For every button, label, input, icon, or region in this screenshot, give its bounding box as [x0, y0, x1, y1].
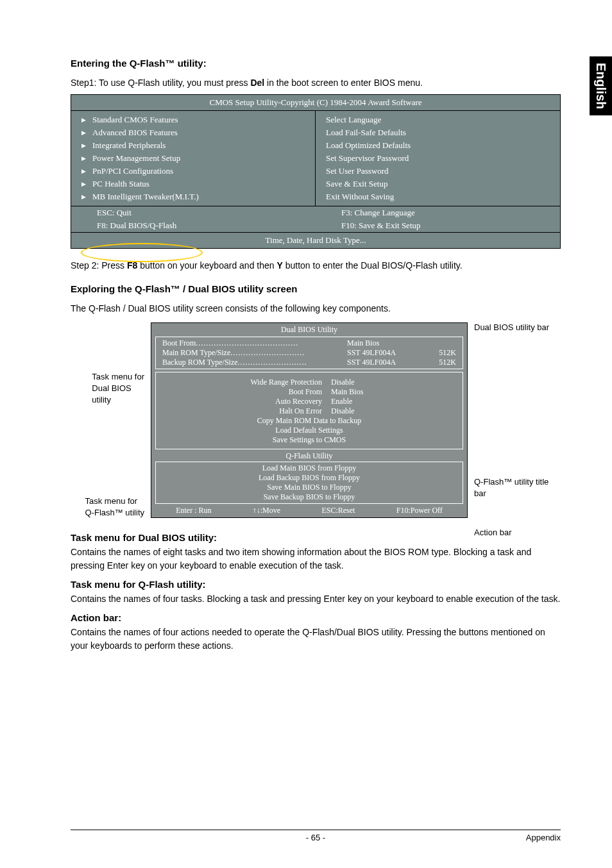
label-line: Dual BIOS — [92, 383, 144, 394]
language-tab: English — [590, 56, 612, 115]
bios-setup-screen: CMOS Setup Utility-Copyright (C) 1984-20… — [71, 94, 561, 249]
section-name: Appendix — [526, 833, 561, 842]
bios-item-label: Exit Without Saving — [326, 192, 394, 202]
bios-menu-item[interactable]: ▶Power Management Setup — [81, 152, 312, 165]
bios-menu-item[interactable]: ▶Standard CMOS Features — [81, 113, 312, 126]
bios-menu-item[interactable]: ▶PC Health Status — [81, 178, 312, 190]
option-row[interactable]: Load Default Settings — [162, 426, 456, 435]
bios-item-label: Power Management Setup — [92, 153, 180, 163]
label-qflash-title-bar: Q-Flash™ utility title bar — [474, 476, 548, 499]
action-move: ↑↓:Move — [253, 506, 280, 515]
dual-bios-screen: Dual BIOS Utility Boot From ............… — [151, 322, 468, 518]
section-heading: Action bar: — [71, 612, 561, 623]
bios-item-label: Set Supervisor Password — [326, 153, 409, 163]
qflash-item[interactable]: Load Backup BIOS from Floppy — [157, 473, 461, 483]
footer-f10: F10: Save & Exit Setup — [316, 219, 560, 232]
dual-bios-diagram: Task menu for Dual BIOS utility Task men… — [71, 322, 561, 518]
triangle-right-icon: ▶ — [81, 181, 86, 187]
bios-menu-item[interactable]: Load Optimized Defaults — [326, 139, 557, 152]
qflash-item[interactable]: Load Main BIOS from Floppy — [157, 463, 461, 473]
step2-key2: Y — [276, 260, 282, 271]
opt-val: Disable — [331, 406, 408, 416]
option-row[interactable]: Save Settings to CMOS — [162, 435, 456, 445]
bios-menu-item[interactable]: Save & Exit Setup — [326, 178, 557, 190]
step2-prefix: Step 2: Press — [71, 260, 127, 271]
label-dual-bios-menu: Task menu for Dual BIOS utility — [92, 371, 144, 406]
bios-menu-item[interactable]: ▶Advanced BIOS Features — [81, 126, 312, 139]
opt-val: Main Bios — [331, 387, 408, 397]
main-rom-chip: SST 49LF004A — [347, 348, 418, 358]
section-text: Contains the names of four actions neede… — [71, 626, 561, 653]
bios-item-label: Advanced BIOS Features — [92, 128, 178, 138]
bios-item-label: Save & Exit Setup — [326, 179, 387, 189]
bios-menu-item[interactable]: Set Supervisor Password — [326, 152, 557, 165]
action-esc: ESC:Reset — [321, 506, 355, 515]
dual-bios-info-box: Boot From ..............................… — [155, 337, 463, 369]
label-action-bar: Action bar — [474, 528, 512, 537]
dual-bios-options-box: Wide Range ProtectionDisable Boot FromMa… — [155, 372, 463, 449]
bios-menu-item[interactable]: Set User Password — [326, 165, 557, 178]
qflash-item[interactable]: Save Main BIOS to Floppy — [157, 483, 461, 492]
footer-esc: ESC: Quit — [71, 206, 316, 219]
main-rom-size: 512K — [418, 348, 456, 358]
triangle-right-icon: ▶ — [81, 142, 86, 149]
backup-rom-label: Backup ROM Type/Size — [162, 358, 238, 367]
bios-menu-item[interactable]: Exit Without Saving — [326, 190, 557, 203]
label-line: utility — [92, 394, 144, 406]
qflash-title: Q-Flash Utility — [151, 449, 467, 462]
diagram-left-labels: Task menu for Dual BIOS utility Task men… — [71, 322, 151, 518]
option-row[interactable]: Boot FromMain Bios — [162, 387, 456, 397]
exploring-subtext: The Q-Flash / Dual BIOS utility screen c… — [71, 303, 561, 313]
opt-val: Enable — [331, 397, 408, 406]
bios-menu-item[interactable]: ▶MB Intelligent Tweaker(M.I.T.) — [81, 190, 312, 203]
opt-key: Auto Recovery — [210, 397, 326, 406]
label-dual-bios-bar: Dual BIOS utility bar — [474, 322, 549, 332]
triangle-right-icon: ▶ — [81, 117, 86, 123]
bios-menu-item[interactable]: Select Language — [326, 113, 557, 126]
bios-help-bar: Time, Date, Hard Disk Type... — [71, 232, 560, 248]
bios-item-label: MB Intelligent Tweaker(M.I.T.) — [92, 192, 199, 202]
option-row[interactable]: Copy Main ROM Data to Backup — [162, 416, 456, 426]
opt-key: Halt On Error — [210, 406, 326, 416]
step1-suffix: in the boot screen to enter BIOS menu. — [264, 78, 423, 88]
backup-rom-size: 512K — [418, 358, 456, 367]
label-line: bar — [474, 488, 548, 499]
bios-left-column: ▶Standard CMOS Features ▶Advanced BIOS F… — [71, 111, 316, 206]
diagram-right-labels: Dual BIOS utility bar Q-Flash™ utility t… — [468, 322, 561, 518]
heading-exploring: Exploring the Q-Flash™ / Dual BIOS utili… — [71, 283, 561, 294]
bios-item-label: Standard CMOS Features — [92, 115, 178, 125]
opt-key: Boot From — [210, 387, 326, 397]
footer-f3: F3: Change Language — [316, 206, 560, 219]
backup-rom-chip: SST 49LF004A — [347, 358, 418, 367]
bios-item-label: PnP/PCI Configurations — [92, 166, 173, 176]
bios-header: CMOS Setup Utility-Copyright (C) 1984-20… — [71, 95, 560, 111]
label-line: Task menu for — [92, 371, 144, 383]
bios-menu-item[interactable]: ▶PnP/PCI Configurations — [81, 165, 312, 178]
bios-item-label: Integrated Peripherals — [92, 140, 166, 151]
bios-right-column: Select Language Load Fail-Safe Defaults … — [316, 111, 560, 206]
dots-icon: ........................... — [238, 358, 347, 367]
option-row[interactable]: Wide Range ProtectionDisable — [162, 378, 456, 387]
bios-item-label: Load Optimized Defaults — [326, 140, 411, 151]
label-line: Q-Flash™ utility — [85, 507, 144, 519]
step1-key: Del — [250, 78, 264, 88]
dots-icon: ............................. — [230, 348, 347, 358]
page-number: - 65 - — [306, 833, 325, 842]
bios-footer-row: ESC: Quit F3: Change Language — [71, 206, 560, 219]
bios-menu-item[interactable]: ▶Integrated Peripherals — [81, 139, 312, 152]
section-text: Contains the names of eight tasks and tw… — [71, 546, 561, 572]
main-rom-label: Main ROM Type/Size — [162, 348, 230, 358]
action-enter: Enter : Run — [176, 506, 211, 515]
option-row[interactable]: Halt On ErrorDisable — [162, 406, 456, 416]
qflash-box: Load Main BIOS from Floppy Load Backup B… — [155, 462, 463, 504]
option-row[interactable]: Auto RecoveryEnable — [162, 397, 456, 406]
boot-from-label: Boot From — [162, 338, 196, 348]
bios-item-label: Set User Password — [326, 166, 389, 176]
qflash-item[interactable]: Save Backup BIOS to Floppy — [157, 492, 461, 502]
step1-prefix: Step1: To use Q-Flash utility, you must … — [71, 78, 250, 88]
page-content: Entering the Q-Flash™ utility: Step1: To… — [0, 0, 612, 682]
section-text: Contains the names of four tasks. Blocki… — [71, 592, 561, 606]
label-qflash-menu: Task menu for Q-Flash™ utility — [85, 496, 144, 519]
label-line: Task menu for — [85, 496, 144, 507]
bios-menu-item[interactable]: Load Fail-Safe Defaults — [326, 126, 557, 139]
